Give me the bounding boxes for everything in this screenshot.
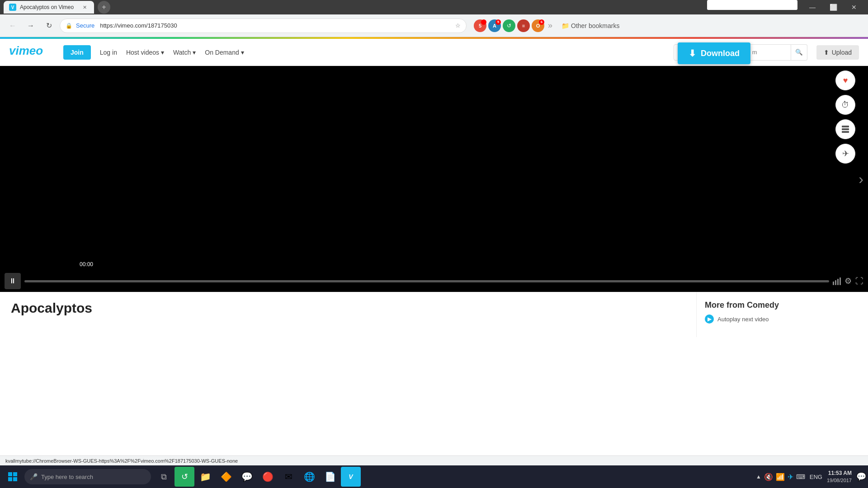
ext-icon-1[interactable]: 5: [474, 19, 486, 32]
taskbar-vlc-btn[interactable]: 🔶: [216, 467, 236, 487]
video-controls: ⏸ ⚙ ⛶: [0, 270, 868, 292]
minimize-btn[interactable]: —: [802, 0, 823, 14]
like-btn[interactable]: ♥: [835, 70, 855, 90]
ext-icon-4[interactable]: ≡: [517, 19, 530, 32]
vimeo-navbar: vimeo Join Log in Host videos ▾ Watch ▾ …: [0, 39, 868, 66]
volume-bars: [833, 277, 841, 285]
secure-label: Secure: [76, 22, 94, 29]
tab-title: Apocalyptos on Vimeo: [20, 4, 74, 10]
login-link[interactable]: Log in: [100, 49, 117, 56]
pause-btn[interactable]: ⏸: [5, 273, 21, 289]
chrome-app-icon: 🌐: [304, 471, 315, 482]
host-videos-link[interactable]: Host videos ▾: [126, 49, 164, 56]
collections-icon: [841, 125, 850, 134]
reload-btn[interactable]: ↻: [42, 19, 56, 33]
extensions-area: 5 A 5 ↺ ≡ O 6 »: [474, 19, 554, 32]
upload-icon: ⬆: [824, 49, 829, 56]
keyboard-icon[interactable]: ⌨: [796, 473, 805, 480]
taskbar-vimeo-app-btn[interactable]: V: [341, 467, 361, 487]
share-btn[interactable]: ✈: [835, 144, 855, 164]
vimeo-logo-svg: vimeo: [9, 44, 50, 57]
taskbar-right-area: ▲ 🔇 📶 ✈ ⌨ ENG 11:53 AM 19/08/2017 💬: [756, 469, 866, 484]
taskbar-multitask-btn[interactable]: ⧉: [154, 467, 174, 487]
more-comedy-panel: More from Comedy ▶ Autoplay next video: [696, 292, 868, 337]
svg-rect-2: [842, 128, 849, 130]
bookmark-star[interactable]: ☆: [455, 22, 461, 29]
taskbar-word-btn[interactable]: 📄: [320, 467, 340, 487]
new-tab-btn[interactable]: +: [98, 1, 110, 14]
collections-btn[interactable]: [835, 119, 855, 139]
watch-later-btn[interactable]: ⏱: [835, 95, 855, 115]
taskbar-search-placeholder: Type here to search: [41, 474, 93, 480]
maximize-btn[interactable]: ⬜: [823, 0, 844, 14]
tab-close-btn[interactable]: ✕: [81, 4, 88, 11]
autoplay-row: ▶ Autoplay next video: [705, 314, 860, 324]
address-bar[interactable]: 🔒 Secure https://vimeo.com/187175030 ☆: [60, 19, 467, 33]
autoplay-icon: ▶: [705, 314, 714, 324]
download-overlay: ⬇ Download: [678, 42, 750, 64]
taskbar-search-mic-icon: 🎤: [30, 473, 38, 480]
ext-icon-2[interactable]: A 5: [488, 19, 501, 32]
extensions-more-btn[interactable]: »: [546, 21, 554, 30]
settings-btn[interactable]: ⚙: [844, 276, 852, 286]
win-search[interactable]: [707, 0, 797, 10]
video-player[interactable]: ♥ ⏱ ✈ › 00:00 ⏸ ⚙ ⛶: [0, 66, 868, 292]
browser-tab[interactable]: V Apocalyptos on Vimeo ✕: [4, 1, 94, 14]
download-btn[interactable]: ⬇ Download: [678, 42, 750, 64]
status-url: kvallmytube://ChromeBrowser-WS-GUES-http…: [5, 458, 238, 464]
wifi-icon[interactable]: 📶: [776, 473, 785, 481]
taskbar-search-box[interactable]: 🎤 Type here to search: [24, 469, 151, 484]
other-bookmarks-btn[interactable]: 📁 Other bookmarks: [558, 20, 623, 31]
folder-app-icon: 📁: [200, 471, 211, 482]
svg-text:vimeo: vimeo: [9, 44, 43, 57]
more-comedy-title: More from Comedy: [705, 300, 860, 310]
upload-btn[interactable]: ⬆ Upload: [816, 45, 859, 60]
below-video: Apocalyptos More from Comedy ▶ Autoplay …: [0, 292, 868, 337]
svg-rect-5: [13, 472, 17, 476]
browser-chrome: V Apocalyptos on Vimeo ✕ + — ⬜ ✕: [0, 0, 868, 14]
on-demand-chevron-icon: ▾: [241, 49, 244, 56]
back-btn[interactable]: ←: [5, 19, 20, 33]
ext-badge-1: [481, 19, 486, 25]
download-icon: ⬇: [689, 48, 696, 59]
start-btn[interactable]: [2, 465, 24, 488]
taskbar-folder-btn[interactable]: 📁: [195, 467, 215, 487]
join-btn[interactable]: Join: [63, 45, 91, 60]
ext-badge-5: 6: [539, 19, 544, 25]
status-bar: kvallmytube://ChromeBrowser-WS-GUES-http…: [0, 455, 868, 465]
taskbar-opera-btn[interactable]: 🔴: [258, 467, 278, 487]
mute-icon[interactable]: 🔇: [764, 473, 773, 481]
url-text: https://vimeo.com/187175030: [100, 22, 177, 29]
sys-tray-icons: ▲ 🔇 📶 ✈ ⌨: [756, 473, 805, 481]
fullscreen-btn[interactable]: ⛶: [855, 277, 863, 286]
side-action-icons: ♥ ⏱ ✈: [835, 70, 855, 164]
telegram-icon[interactable]: ✈: [788, 473, 793, 481]
svg-rect-1: [842, 126, 849, 127]
taskbar: 🎤 Type here to search ⧉ ↺ 📁 🔶 💬 🔴 ✉ 🌐 📄: [0, 465, 868, 488]
word-app-icon: 📄: [325, 471, 336, 482]
close-btn[interactable]: ✕: [844, 0, 864, 14]
tray-up-icon[interactable]: ▲: [756, 474, 761, 480]
vimeo-favicon: V: [9, 4, 16, 11]
next-video-btn[interactable]: ›: [859, 171, 863, 188]
search-btn[interactable]: 🔍: [791, 44, 807, 61]
taskbar-chrome-btn[interactable]: 🌐: [299, 467, 319, 487]
taskbar-mail-btn[interactable]: ✉: [278, 467, 298, 487]
svg-rect-7: [13, 477, 17, 481]
autoplay-label: Autoplay next video: [717, 316, 769, 323]
watch-link[interactable]: Watch ▾: [173, 49, 196, 56]
video-info: Apocalyptos: [0, 292, 696, 337]
vol-bar-4: [840, 277, 841, 285]
ext-icon-5[interactable]: O 6: [532, 19, 544, 32]
ext-badge-2: 5: [495, 19, 501, 25]
vimeo-logo[interactable]: vimeo: [9, 44, 50, 61]
taskbar-apps: ⧉ ↺ 📁 🔶 💬 🔴 ✉ 🌐 📄 V: [154, 467, 361, 487]
taskbar-skype-btn[interactable]: 💬: [237, 467, 257, 487]
on-demand-link[interactable]: On Demand ▾: [205, 49, 244, 56]
notification-icon[interactable]: 💬: [856, 472, 866, 482]
ext-icon-3[interactable]: ↺: [503, 19, 515, 32]
opera-app-icon: 🔴: [262, 471, 274, 482]
forward-btn[interactable]: →: [24, 19, 38, 33]
progress-bar[interactable]: [24, 280, 829, 282]
taskbar-green-btn[interactable]: ↺: [175, 467, 194, 487]
